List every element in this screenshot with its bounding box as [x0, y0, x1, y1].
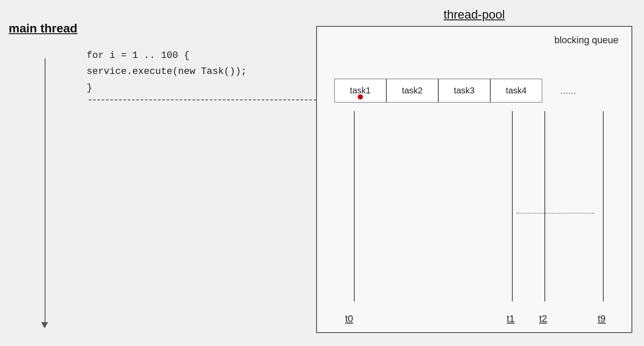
dotted-h-line	[516, 213, 594, 214]
code-line2: service.execute(new Task());	[87, 64, 247, 80]
thread-t2-line	[544, 111, 545, 301]
queue-cell-task3: task3	[438, 79, 490, 103]
main-thread-vertical-line	[45, 58, 45, 327]
thread-pool-label: thread-pool	[316, 8, 632, 22]
thread-t1-label: t1	[507, 313, 515, 324]
thread-t0-label: t0	[345, 313, 353, 324]
thread-t9-line	[603, 111, 604, 301]
code-line3: }	[87, 80, 247, 96]
code-block: for i = 1 .. 100 { service.execute(new T…	[87, 48, 247, 96]
red-dot	[358, 94, 363, 99]
main-thread-arrow	[41, 322, 48, 328]
queue-cell-task2: task2	[386, 79, 438, 103]
thread-t0-line	[354, 111, 355, 301]
thread-t2-label: t2	[539, 313, 547, 324]
queue-cell-dots: ......	[542, 79, 594, 103]
queue-cell-task1: task1	[334, 79, 386, 103]
thread-t9-label: t9	[598, 313, 605, 324]
thread-t1-line	[512, 111, 513, 301]
queue-cells: task1 task2 task3 task4 ......	[334, 79, 594, 103]
diagram-container: main thread for i = 1 .. 100 { service.e…	[0, 0, 644, 346]
blocking-queue-label: blocking queue	[554, 35, 618, 46]
queue-cell-task4: task4	[490, 79, 542, 103]
main-thread-label: main thread	[9, 22, 78, 35]
code-line1: for i = 1 .. 100 {	[87, 48, 247, 64]
dashed-arrow-line	[89, 99, 325, 100]
thread-pool-box: blocking queue task1 task2 task3 task4 .…	[316, 26, 632, 333]
